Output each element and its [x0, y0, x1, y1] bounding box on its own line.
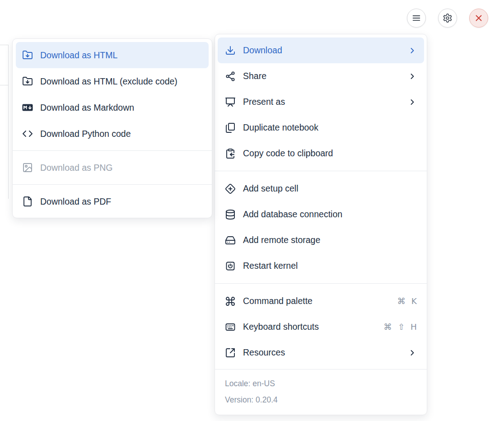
menu-item-label: Command palette: [243, 296, 390, 306]
clipboard-copy-icon: [225, 148, 236, 159]
menu-item-resources[interactable]: Resources: [218, 340, 424, 365]
menu-item-command-palette[interactable]: Command palette ⌘ K: [218, 288, 424, 314]
image-icon: [22, 162, 33, 173]
chevron-right-icon: [408, 72, 417, 81]
menu-item-label: Keyboard shortcuts: [243, 322, 376, 332]
menu-item-duplicate-notebook[interactable]: Duplicate notebook: [218, 115, 424, 140]
menu-item-label: Download as PDF: [40, 196, 202, 207]
menu-item-download-python-code[interactable]: Download Python code: [16, 121, 209, 147]
shortcut-label: ⌘ K: [397, 296, 417, 306]
menu-item-label: Share: [243, 71, 401, 81]
menu-divider: [13, 150, 212, 151]
gear-icon: [443, 13, 453, 23]
download-icon: [225, 45, 236, 56]
menu-item-label: Download Python code: [40, 129, 202, 139]
menu-item-add-database-connection[interactable]: Add database connection: [218, 201, 424, 227]
code-icon: [22, 128, 33, 139]
menu-item-download-as-png: Download as PNG: [16, 154, 209, 181]
shortcut-label: ⌘ ⇧ H: [383, 322, 417, 332]
command-icon: [225, 296, 236, 307]
menu-item-add-setup-cell[interactable]: Add setup cell: [218, 176, 424, 201]
file-icon: [22, 196, 33, 207]
menu-item-label: Download: [243, 45, 401, 56]
menu-item-label: Add database connection: [243, 209, 417, 220]
chevron-right-icon: [408, 98, 417, 107]
chevron-right-icon: [408, 46, 417, 55]
menu-item-label: Copy code to clipboard: [243, 148, 417, 159]
external-link-icon: [225, 347, 236, 358]
notebook-actions-menu: Download Share Present as: [215, 34, 427, 415]
menu-item-label: Resources: [243, 347, 401, 358]
menu-item-download-as-html[interactable]: Download as HTML: [16, 42, 209, 68]
menu-item-label: Download as HTML (exclude code): [40, 76, 202, 87]
settings-button[interactable]: [438, 9, 457, 28]
menu-item-download[interactable]: Download: [218, 37, 424, 63]
menu-item-download-as-html-exclude-code[interactable]: Download as HTML (exclude code): [16, 68, 209, 94]
menu-item-add-remote-storage[interactable]: Add remote storage: [218, 227, 424, 253]
menu-item-label: Present as: [243, 97, 401, 107]
database-icon: [225, 209, 236, 220]
menu-item-label: Add remote storage: [243, 235, 417, 245]
menu-item-label: Add setup cell: [243, 183, 417, 194]
close-icon: [474, 13, 484, 23]
background-cell-border: [0, 45, 9, 45]
menu-item-label: Download as HTML: [40, 50, 202, 61]
menu-item-copy-code-to-clipboard[interactable]: Copy code to clipboard: [218, 140, 424, 166]
copy-pages-icon: [225, 122, 236, 133]
version-text: Version: 0.20.4: [225, 392, 417, 408]
locale-text: Locale: en-US: [225, 375, 417, 392]
background-cell-border: [8, 45, 9, 199]
menu-divider: [13, 184, 212, 185]
menu-divider: [215, 283, 427, 284]
presentation-icon: [225, 97, 236, 108]
background-cell-border: [0, 85, 9, 85]
hard-drive-icon: [225, 235, 236, 246]
menu-divider: [215, 171, 427, 171]
keyboard-icon: [225, 322, 236, 332]
hamburger-icon: [411, 13, 421, 23]
diamond-plus-icon: [225, 183, 236, 194]
menu-item-keyboard-shortcuts[interactable]: Keyboard shortcuts ⌘ ⇧ H: [218, 314, 424, 340]
menu-item-restart-kernel[interactable]: Restart kernel: [218, 253, 424, 279]
menu-item-label: Download as PNG: [40, 163, 202, 173]
notebook-menu-button[interactable]: [407, 9, 426, 28]
menu-footer: Locale: en-US Version: 0.20.4: [215, 370, 427, 415]
chevron-right-icon: [408, 348, 417, 357]
download-submenu: Download as HTML Download as HTML (exclu…: [12, 38, 212, 218]
close-button[interactable]: [469, 9, 488, 28]
menu-item-label: Download as Markdown: [40, 103, 202, 113]
menu-item-label: Duplicate notebook: [243, 122, 417, 133]
menu-item-label: Restart kernel: [243, 261, 417, 271]
markdown-icon: [22, 102, 33, 113]
menu-item-download-as-pdf[interactable]: Download as PDF: [16, 188, 209, 215]
menu-item-present-as[interactable]: Present as: [218, 89, 424, 115]
folder-down-icon: [22, 50, 33, 61]
menu-item-share[interactable]: Share: [218, 63, 424, 89]
share-icon: [225, 71, 236, 82]
folder-down-icon: [22, 76, 33, 87]
menu-item-download-as-markdown[interactable]: Download as Markdown: [16, 94, 209, 121]
power-square-icon: [225, 261, 236, 271]
